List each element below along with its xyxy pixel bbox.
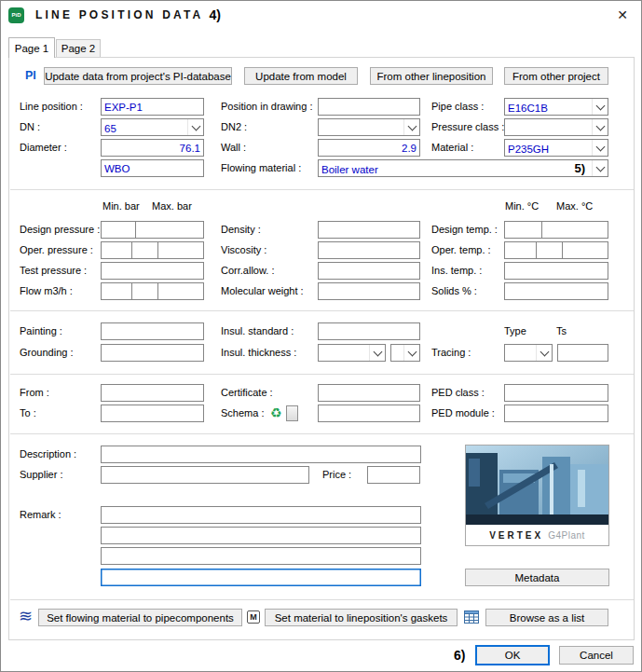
chevron-down-icon[interactable]: [403, 345, 419, 361]
remark-field-2[interactable]: [101, 527, 421, 544]
remark-field-4[interactable]: [101, 569, 421, 586]
ped-class-field[interactable]: [504, 384, 608, 402]
tracing-type-header: Type: [504, 325, 526, 336]
diameter-label: Diameter :: [20, 139, 67, 157]
from-other-lineposition-button[interactable]: From other lineposition: [370, 67, 493, 85]
tracing-type-input[interactable]: [505, 347, 536, 363]
window-title: LINE POSITION DATA: [35, 8, 204, 21]
design-pressure-cells: [101, 221, 204, 239]
tab-page-1[interactable]: Page 1: [8, 37, 55, 58]
schema-browse-button[interactable]: [286, 405, 298, 421]
pressure-class-input[interactable]: [505, 121, 592, 137]
viscosity-field[interactable]: [318, 241, 420, 259]
line-position-label: Line position :: [20, 98, 83, 116]
certificate-label: Certificate :: [221, 384, 273, 402]
metadata-button[interactable]: Metadata: [465, 569, 609, 586]
set-material-gaskets-button[interactable]: Set material to lineposition's gaskets: [265, 609, 458, 626]
grounding-field[interactable]: [101, 344, 204, 362]
flowing-material-input[interactable]: [319, 162, 592, 178]
solids-label: Solids % :: [431, 282, 477, 300]
ins-temp-field[interactable]: [504, 262, 608, 280]
flow-field-3[interactable]: [157, 282, 204, 300]
ok-button[interactable]: OK: [475, 645, 550, 665]
wall-field[interactable]: [318, 139, 420, 157]
tab-page-2[interactable]: Page 2: [56, 39, 101, 57]
design-temp-cells: [504, 221, 608, 239]
plant-photo-image: [466, 446, 608, 525]
flow-field-1[interactable]: [101, 282, 132, 300]
flowing-material-combo[interactable]: 5): [318, 159, 608, 177]
material-combo[interactable]: [504, 139, 608, 157]
solids-field[interactable]: [504, 282, 608, 300]
design-temp-max-field[interactable]: [541, 221, 608, 239]
oper-temp-field-2[interactable]: [536, 241, 563, 259]
chevron-down-icon[interactable]: [369, 345, 385, 361]
ped-module-field[interactable]: [504, 405, 608, 422]
corr-allow-field[interactable]: [318, 262, 420, 280]
design-temp-min-field[interactable]: [504, 221, 542, 239]
diameter-field[interactable]: [101, 139, 204, 157]
position-in-drawing-label: Position in drawing :: [221, 98, 312, 116]
oper-temp-field-3[interactable]: [562, 241, 608, 259]
remark-field-1[interactable]: [101, 506, 421, 524]
certificate-field[interactable]: [318, 384, 420, 402]
ped-module-label: PED module :: [431, 405, 495, 422]
chevron-down-icon[interactable]: [403, 119, 419, 135]
description-field[interactable]: [101, 446, 421, 463]
material-code-field[interactable]: [101, 159, 204, 177]
dn2-input[interactable]: [319, 121, 403, 137]
insul-thickness-unit-input[interactable]: [391, 347, 403, 363]
line-position-field[interactable]: [101, 98, 204, 116]
pressure-class-combo[interactable]: [504, 118, 608, 136]
cancel-button[interactable]: Cancel: [559, 646, 634, 665]
chevron-down-icon[interactable]: [592, 160, 608, 176]
close-icon[interactable]: ✕: [613, 6, 632, 24]
remark-field-3[interactable]: [101, 547, 421, 565]
price-field[interactable]: [367, 466, 420, 484]
update-from-model-button[interactable]: Update from model: [244, 67, 358, 85]
oper-pressure-field-1[interactable]: [101, 241, 132, 259]
pressure-class-label: Pressure class :: [431, 118, 504, 136]
from-other-project-button[interactable]: From other project: [504, 67, 608, 85]
insul-thickness-unit-combo[interactable]: [390, 344, 420, 362]
brand-product: G4Plant: [548, 530, 585, 541]
tracing-ts-field[interactable]: [557, 344, 608, 362]
set-flowing-material-button[interactable]: Set flowing material to pipecomponents: [38, 609, 242, 626]
browse-as-list-button[interactable]: Browse as a list: [485, 609, 608, 626]
insul-thickness-input[interactable]: [319, 347, 369, 363]
density-field[interactable]: [318, 221, 420, 239]
separator: [10, 310, 634, 311]
dn-input[interactable]: [102, 121, 187, 137]
insul-thickness-combo[interactable]: [318, 344, 386, 362]
schema-refresh-icon[interactable]: ♻: [270, 405, 282, 421]
from-field[interactable]: [101, 384, 204, 402]
test-pressure-field[interactable]: [101, 262, 204, 280]
design-pressure-min-field[interactable]: [101, 221, 136, 239]
schema-field[interactable]: [318, 405, 420, 422]
to-field[interactable]: [101, 405, 204, 422]
flow-field-2[interactable]: [131, 282, 158, 300]
tracing-type-combo[interactable]: [504, 344, 553, 362]
design-pressure-max-field[interactable]: [135, 221, 204, 239]
position-in-drawing-field[interactable]: [318, 98, 420, 116]
dn2-combo[interactable]: [318, 118, 420, 136]
oper-temp-field-1[interactable]: [504, 241, 537, 259]
oper-pressure-field-3[interactable]: [157, 241, 204, 259]
pipe-class-input[interactable]: [505, 101, 592, 117]
pipe-class-label: Pipe class :: [431, 98, 484, 116]
molecular-weight-field[interactable]: [318, 282, 420, 300]
oper-pressure-field-2[interactable]: [131, 241, 158, 259]
chevron-down-icon[interactable]: [187, 119, 203, 135]
update-pi-database-button[interactable]: Update data from project's PI-database: [44, 67, 232, 85]
material-input[interactable]: [505, 142, 592, 158]
dn-combo[interactable]: [101, 118, 204, 136]
supplier-field[interactable]: [101, 466, 309, 484]
chevron-down-icon[interactable]: [592, 140, 608, 156]
chevron-down-icon[interactable]: [592, 99, 608, 115]
chevron-down-icon[interactable]: [536, 345, 552, 361]
painting-field[interactable]: [101, 322, 204, 340]
dn2-label: DN2 :: [221, 118, 247, 136]
pipe-class-combo[interactable]: [504, 98, 608, 116]
chevron-down-icon[interactable]: [592, 119, 608, 135]
insul-standard-field[interactable]: [318, 322, 420, 340]
